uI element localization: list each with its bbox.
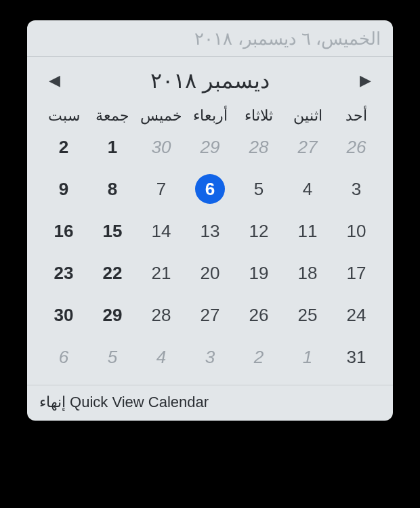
- day-number: 28: [249, 137, 269, 158]
- day-number: 1: [108, 137, 117, 158]
- prev-month-button[interactable]: ◀: [46, 72, 62, 89]
- day-cell[interactable]: 16: [39, 213, 88, 249]
- day-cell[interactable]: 12: [234, 213, 283, 249]
- day-cell[interactable]: 5: [88, 339, 137, 375]
- day-cell[interactable]: 1: [88, 129, 137, 165]
- day-cell[interactable]: 9: [39, 171, 88, 207]
- day-number: 4: [156, 347, 166, 368]
- weekday-header: اثنين: [283, 107, 332, 125]
- day-number: 25: [298, 305, 318, 326]
- day-number: 21: [152, 263, 171, 284]
- weekday-header: ثلاثاء: [234, 107, 283, 125]
- quit-menu-item[interactable]: إنهاء Quick View Calendar: [27, 385, 393, 421]
- day-number: 26: [347, 137, 366, 158]
- day-cell[interactable]: 30: [137, 129, 186, 165]
- month-navigation: ◀ ديسمبر ٢٠١٨ ▶: [27, 57, 393, 99]
- day-cell[interactable]: 7: [137, 171, 186, 207]
- day-number: 14: [152, 221, 171, 242]
- day-cell[interactable]: 30: [39, 297, 88, 333]
- day-cell[interactable]: 17: [332, 255, 381, 291]
- day-number: 7: [156, 179, 166, 200]
- day-number: 27: [298, 137, 318, 158]
- next-month-button[interactable]: ▶: [358, 72, 374, 89]
- day-number: 1: [303, 347, 312, 368]
- day-number: 6: [59, 347, 68, 368]
- day-cell[interactable]: 1: [283, 339, 332, 375]
- day-cell[interactable]: 29: [88, 297, 137, 333]
- day-number: 27: [201, 305, 220, 326]
- day-cell[interactable]: 23: [39, 255, 88, 291]
- day-cell[interactable]: 2: [234, 339, 283, 375]
- day-number: 29: [201, 137, 220, 158]
- day-number: 6: [205, 179, 215, 200]
- day-cell[interactable]: 13: [186, 213, 234, 249]
- day-cell-today[interactable]: 6: [186, 171, 234, 207]
- day-cell[interactable]: 6: [39, 339, 88, 375]
- day-number: 3: [205, 347, 215, 368]
- weekday-header: سبت: [39, 107, 88, 125]
- day-cell[interactable]: 5: [234, 171, 283, 207]
- day-cell[interactable]: 29: [186, 129, 234, 165]
- weekday-headers: أحداثنينثلاثاءأربعاءخميسجمعةسبت: [27, 99, 393, 129]
- month-year-label: ديسمبر ٢٠١٨: [150, 68, 270, 93]
- day-cell[interactable]: 8: [88, 171, 137, 207]
- day-cell[interactable]: 15: [88, 213, 137, 249]
- day-number: 23: [54, 263, 74, 284]
- day-cell[interactable]: 3: [186, 339, 234, 375]
- day-number: 31: [347, 347, 366, 368]
- day-cell[interactable]: 19: [234, 255, 283, 291]
- day-cell[interactable]: 2: [39, 129, 88, 165]
- day-number: 2: [254, 347, 264, 368]
- day-number: 20: [201, 263, 220, 284]
- day-cell[interactable]: 3: [332, 171, 381, 207]
- day-cell[interactable]: 24: [332, 297, 381, 333]
- day-number: 30: [54, 305, 74, 326]
- day-cell[interactable]: 25: [283, 297, 332, 333]
- day-cell[interactable]: 31: [332, 339, 381, 375]
- day-number: 3: [352, 179, 361, 200]
- day-number: 16: [54, 221, 74, 242]
- day-number: 24: [347, 305, 366, 326]
- day-cell[interactable]: 11: [283, 213, 332, 249]
- day-number: 22: [103, 263, 123, 284]
- day-cell[interactable]: 28: [234, 129, 283, 165]
- day-cell[interactable]: 27: [283, 129, 332, 165]
- day-number: 13: [201, 221, 220, 242]
- weekday-header: جمعة: [88, 107, 137, 125]
- weekday-header: أحد: [332, 107, 381, 125]
- day-cell[interactable]: 28: [137, 297, 186, 333]
- calendar-widget: الخميس، ٦ ديسمبر، ٢٠١٨ ◀ ديسمبر ٢٠١٨ ▶ أ…: [27, 20, 393, 421]
- day-cell[interactable]: 18: [283, 255, 332, 291]
- day-cell[interactable]: 4: [283, 171, 332, 207]
- day-cell[interactable]: 26: [332, 129, 381, 165]
- weekday-header: أربعاء: [186, 107, 234, 125]
- day-number: 5: [254, 179, 264, 200]
- day-number: 9: [59, 179, 68, 200]
- day-cell[interactable]: 22: [88, 255, 137, 291]
- day-number: 8: [108, 179, 117, 200]
- day-number: 2: [59, 137, 68, 158]
- day-number: 17: [347, 263, 366, 284]
- day-number: 4: [303, 179, 312, 200]
- day-number: 5: [108, 347, 117, 368]
- day-cell[interactable]: 21: [137, 255, 186, 291]
- day-cell[interactable]: 20: [186, 255, 234, 291]
- day-cell[interactable]: 10: [332, 213, 381, 249]
- day-number: 10: [347, 221, 366, 242]
- day-number: 18: [298, 263, 318, 284]
- current-date-header: الخميس، ٦ ديسمبر، ٢٠١٨: [27, 20, 393, 56]
- calendar-grid: 2627282930123456789101112131415161718192…: [27, 129, 393, 385]
- day-number: 29: [103, 305, 123, 326]
- day-number: 15: [103, 221, 123, 242]
- day-cell[interactable]: 4: [137, 339, 186, 375]
- weekday-header: خميس: [137, 107, 186, 125]
- day-number: 19: [249, 263, 269, 284]
- day-cell[interactable]: 27: [186, 297, 234, 333]
- day-number: 26: [249, 305, 269, 326]
- day-number: 28: [152, 305, 171, 326]
- day-number: 11: [298, 221, 318, 242]
- day-number: 12: [249, 221, 269, 242]
- day-cell[interactable]: 26: [234, 297, 283, 333]
- day-cell[interactable]: 14: [137, 213, 186, 249]
- day-number: 30: [152, 137, 171, 158]
